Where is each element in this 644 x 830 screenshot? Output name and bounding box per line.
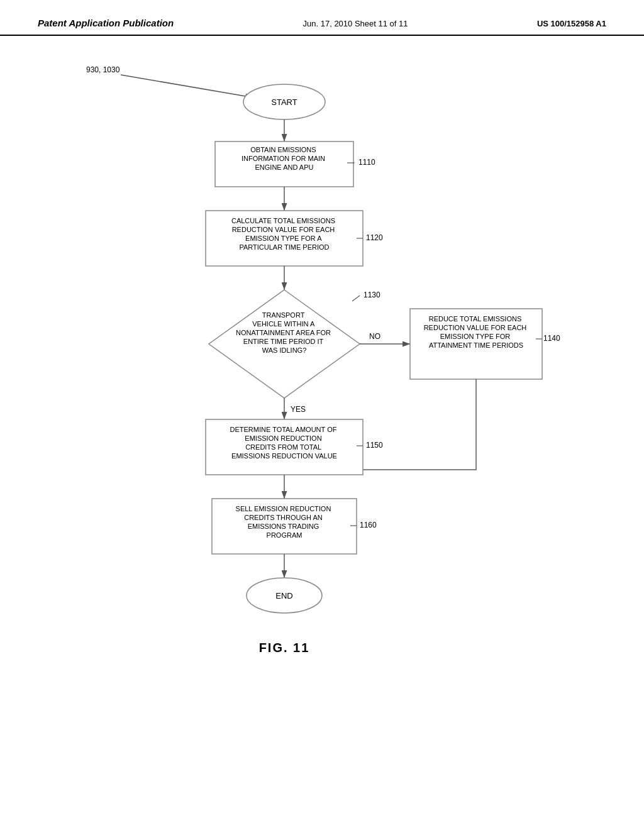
- header: Patent Application Publication Jun. 17, …: [0, 0, 644, 36]
- header-center: Jun. 17, 2010 Sheet 11 of 11: [303, 19, 408, 28]
- header-right: US 100/152958 A1: [537, 19, 606, 28]
- header-left: Patent Application Publication: [38, 18, 174, 28]
- flowchart-area: 930, 1030 START OBTAIN EMISSIONS: [0, 36, 644, 740]
- ref-1160: 1160: [360, 521, 377, 529]
- yes-label: YES: [291, 405, 306, 414]
- fig-caption: FIG. 11: [259, 641, 310, 655]
- ref-1130: 1130: [364, 290, 380, 299]
- end-label: END: [275, 591, 292, 600]
- ref-arrow-line: [121, 75, 253, 97]
- start-label: START: [271, 97, 297, 107]
- page: Patent Application Publication Jun. 17, …: [0, 0, 644, 830]
- ref-1120: 1120: [366, 233, 383, 242]
- ref-1140: 1140: [543, 334, 560, 343]
- flowchart-svg: 930, 1030 START OBTAIN EMISSIONS: [52, 55, 592, 721]
- ref-1110: 1110: [358, 158, 375, 167]
- ref-1130-bracket: [352, 296, 360, 301]
- ref-1150: 1150: [366, 441, 383, 450]
- no-label: NO: [369, 332, 380, 341]
- ref-label: 930, 1030: [86, 65, 120, 74]
